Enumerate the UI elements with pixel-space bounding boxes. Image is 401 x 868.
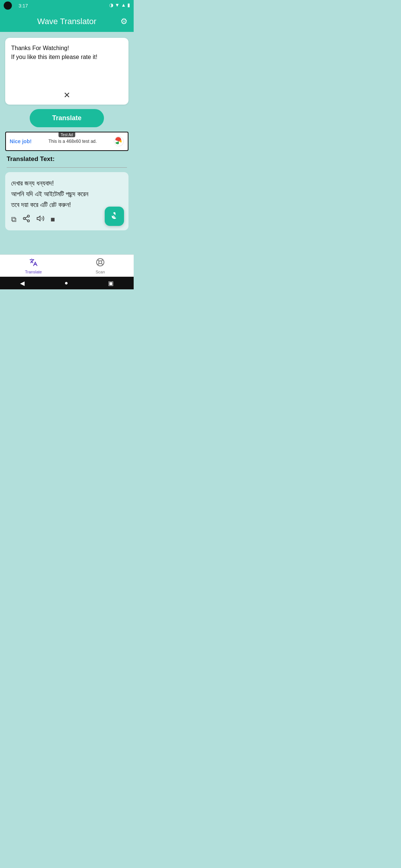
ad-label: Test Ad bbox=[59, 132, 75, 137]
main-content: Thanks For Watching! If you like this it… bbox=[0, 32, 134, 236]
share-icon[interactable] bbox=[22, 214, 30, 224]
result-text: দেখার জন্য ধন্যবাদ! আপনি যদি এই আইটেমটি … bbox=[11, 178, 123, 210]
ad-google-icon bbox=[114, 136, 124, 147]
svg-line-4 bbox=[25, 219, 27, 221]
input-line2: If you like this item please rate it! bbox=[11, 54, 97, 60]
svg-line-5 bbox=[25, 217, 27, 218]
clear-icon[interactable]: ✕ bbox=[63, 91, 70, 100]
scan-nav-icon bbox=[96, 258, 105, 269]
ad-nice: Nice job! bbox=[10, 138, 32, 144]
result-card: দেখার জন্য ধন্যবাদ! আপনি যদি এই আইটেমটি … bbox=[5, 172, 128, 230]
svg-line-10 bbox=[101, 263, 103, 264]
svg-line-12 bbox=[98, 263, 99, 264]
svg-marker-6 bbox=[37, 216, 40, 221]
status-icons: ◑ ▼ ▲ ▮ bbox=[109, 2, 130, 8]
system-nav-bar: ◀ ● ▣ bbox=[0, 277, 134, 289]
status-bar: 3:17 ◑ ▼ ▲ ▮ bbox=[0, 0, 134, 11]
svg-point-1 bbox=[27, 215, 30, 217]
translate-nav-label: Translate bbox=[25, 270, 42, 274]
half-circle-icon: ◑ bbox=[109, 2, 113, 8]
home-button[interactable]: ● bbox=[65, 280, 68, 286]
translated-text-label: Translated Text: bbox=[5, 155, 128, 163]
svg-point-2 bbox=[23, 218, 26, 220]
camera-notch bbox=[4, 1, 12, 10]
app-title: Wave Translator bbox=[37, 17, 96, 26]
translate-button[interactable]: Translate bbox=[30, 109, 104, 127]
ad-banner: Test Ad Nice job! This is a 468x60 test … bbox=[5, 132, 128, 151]
scan-nav-label: Scan bbox=[95, 270, 105, 274]
signal-icon: ▲ bbox=[121, 2, 126, 8]
volume-icon[interactable] bbox=[36, 214, 45, 224]
translate-nav-icon bbox=[29, 258, 38, 269]
stop-icon[interactable]: ■ bbox=[50, 215, 55, 224]
input-line1: Thanks For Watching! bbox=[11, 45, 69, 51]
app-bar: Wave Translator ⚙ bbox=[0, 11, 134, 32]
recent-button[interactable]: ▣ bbox=[108, 280, 114, 287]
svg-point-3 bbox=[27, 220, 30, 222]
bottom-nav: Translate Scan bbox=[0, 254, 134, 277]
svg-point-8 bbox=[99, 261, 102, 264]
svg-line-11 bbox=[101, 259, 103, 261]
nav-item-scan[interactable]: Scan bbox=[67, 258, 134, 274]
status-time: 3:17 bbox=[19, 3, 28, 9]
divider bbox=[7, 167, 127, 168]
input-text: Thanks For Watching! If you like this it… bbox=[11, 44, 123, 62]
input-card: Thanks For Watching! If you like this it… bbox=[5, 38, 128, 105]
nav-item-translate[interactable]: Translate bbox=[0, 258, 67, 274]
ad-description: This is a 468x60 test ad. bbox=[32, 139, 114, 144]
wifi-icon: ▼ bbox=[115, 2, 120, 8]
mic-off-fab[interactable] bbox=[105, 207, 124, 226]
settings-icon[interactable]: ⚙ bbox=[120, 17, 128, 26]
back-button[interactable]: ◀ bbox=[20, 280, 25, 287]
svg-line-9 bbox=[98, 259, 99, 261]
battery-icon: ▮ bbox=[127, 2, 130, 8]
copy-icon[interactable]: ⧉ bbox=[11, 215, 16, 224]
